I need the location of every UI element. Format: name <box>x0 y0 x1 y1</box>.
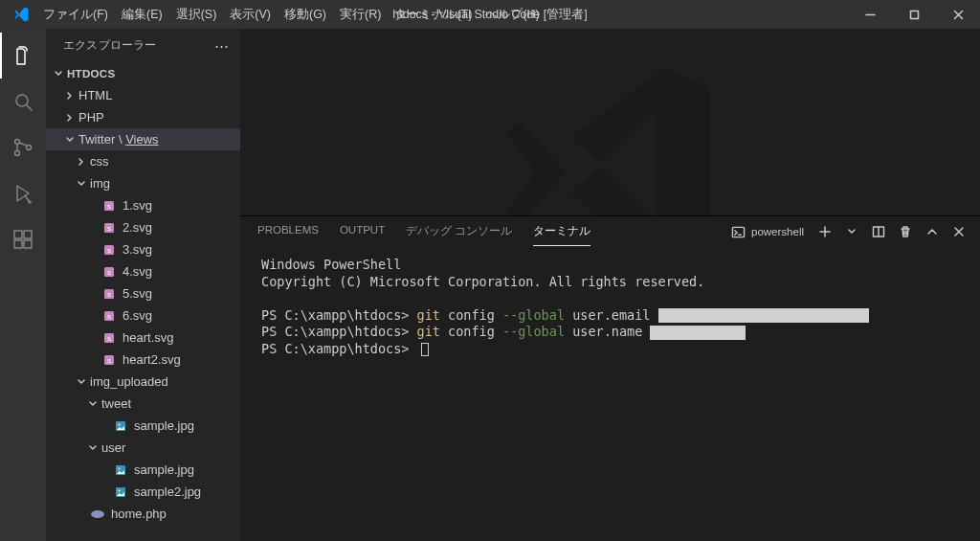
svg-file-icon: S <box>101 220 117 236</box>
tree-label: 1.svg <box>122 198 152 213</box>
spacer <box>86 221 100 235</box>
tree-folder[interactable]: Twitter \ Views <box>46 128 240 150</box>
tree-folder[interactable]: css <box>46 150 240 172</box>
editor-background <box>240 29 980 215</box>
tree-folder[interactable]: HTML <box>46 84 240 106</box>
spacer <box>75 507 88 521</box>
spacer <box>98 419 111 433</box>
minimize-button[interactable] <box>848 0 892 29</box>
svg-file-icon: S <box>101 264 117 280</box>
tree-label: sample.jpg <box>134 418 194 433</box>
svg-text:S: S <box>107 270 111 276</box>
tree-label: sample2.jpg <box>134 485 201 499</box>
tree-file[interactable]: S6.svg <box>46 304 240 327</box>
activity-explorer[interactable] <box>0 33 46 79</box>
chevron-down-icon <box>63 133 77 147</box>
svg-file-icon: S <box>101 330 117 346</box>
spacer <box>86 199 100 213</box>
tree-file[interactable]: S2.svg <box>46 216 240 238</box>
tree-file[interactable]: sample.jpg <box>46 415 240 437</box>
activity-extensions[interactable] <box>0 216 46 262</box>
svg-point-31 <box>119 489 121 491</box>
activity-run[interactable] <box>0 170 46 216</box>
svg-text:S: S <box>107 358 111 364</box>
spacer <box>98 485 111 499</box>
tree-file[interactable]: sample2.jpg <box>46 481 240 503</box>
img-file-icon <box>113 418 128 434</box>
menu-item[interactable]: 編集(E) <box>115 0 169 29</box>
tree-label: 3.svg <box>122 242 152 257</box>
tree-file[interactable]: S4.svg <box>46 260 240 282</box>
tree-folder[interactable]: user <box>46 437 240 459</box>
chevron-right-icon <box>63 89 77 102</box>
tree-folder[interactable]: PHP <box>46 106 240 128</box>
tree-root[interactable]: HTDOCS <box>46 62 240 84</box>
panel-tab[interactable]: デバッグ コンソール <box>406 217 512 246</box>
tree-file[interactable]: Sheart2.svg <box>46 349 240 371</box>
tree-file[interactable]: Sheart.svg <box>46 327 240 349</box>
tree-label: 2.svg <box>122 220 152 235</box>
tree-label: user <box>101 440 125 455</box>
editor-area: PROBLEMSOUTPUTデバッグ コンソールターミナル powershell… <box>240 29 980 541</box>
tree-folder[interactable]: img <box>46 172 240 194</box>
tree-label: HTML <box>78 88 112 102</box>
window-title: htdocs - Visual Studio Code [管理者] <box>392 7 587 23</box>
tree-label: heart2.svg <box>122 352 181 367</box>
svg-point-1 <box>16 95 28 106</box>
tree-file[interactable]: home.php <box>46 503 240 525</box>
tree-file[interactable]: S5.svg <box>46 282 240 304</box>
kill-terminal-button[interactable] <box>894 220 917 243</box>
chevron-right-icon <box>75 155 88 169</box>
svg-text:S: S <box>107 226 111 232</box>
tree-file[interactable]: S1.svg <box>46 194 240 216</box>
tree-folder[interactable]: img_uploaded <box>46 371 240 393</box>
new-terminal-button[interactable] <box>813 220 836 243</box>
close-button[interactable] <box>936 0 980 29</box>
terminal-output[interactable]: Windows PowerShell Copyright (C) Microso… <box>240 247 980 541</box>
menu-item[interactable]: 移動(G) <box>278 0 333 29</box>
chevron-down-icon <box>75 375 88 389</box>
tree-file[interactable]: S3.svg <box>46 238 240 260</box>
img-file-icon <box>113 485 128 500</box>
tree-label: css <box>90 154 109 169</box>
close-panel-button[interactable] <box>947 220 970 243</box>
menu-item[interactable]: 選択(S) <box>169 0 224 29</box>
tree-label: heart.svg <box>122 330 173 345</box>
activity-scm[interactable] <box>0 124 46 170</box>
menu-item[interactable]: 実行(R) <box>333 0 388 29</box>
svg-point-29 <box>119 467 121 469</box>
svg-text:S: S <box>107 292 111 298</box>
split-terminal-button[interactable] <box>867 220 890 243</box>
chevron-down-icon <box>86 441 100 455</box>
redacted-value <box>650 326 746 340</box>
chevron-down-icon <box>75 177 88 191</box>
tree-label: img <box>90 176 110 191</box>
tree-folder[interactable]: tweet <box>46 393 240 415</box>
svg-text:S: S <box>107 336 111 342</box>
svg-rect-0 <box>910 11 918 18</box>
terminal-split-dropdown[interactable] <box>840 220 863 243</box>
tree-label: 6.svg <box>122 308 152 323</box>
tree-file[interactable]: sample.jpg <box>46 459 240 481</box>
more-icon[interactable]: ⋯ <box>214 37 229 55</box>
maximize-panel-button[interactable] <box>921 220 944 243</box>
panel-tab[interactable]: ターミナル <box>533 217 590 246</box>
svg-rect-8 <box>24 240 32 248</box>
svg-file-icon: S <box>101 308 117 324</box>
menu-item[interactable]: 表示(V) <box>223 0 278 29</box>
svg-text:S: S <box>107 204 111 210</box>
spacer <box>86 243 100 257</box>
sidebar-title: エクスプローラー <box>63 38 157 53</box>
activity-search[interactable] <box>0 79 46 124</box>
svg-file-icon: S <box>101 352 117 368</box>
panel-tab[interactable]: PROBLEMS <box>257 217 319 246</box>
svg-file-icon: S <box>101 198 117 214</box>
svg-rect-33 <box>732 227 744 237</box>
svg-file-icon: S <box>101 286 117 302</box>
vscode-icon <box>6 6 36 23</box>
php-file-icon <box>90 507 105 522</box>
terminal-shell-label[interactable]: powershell <box>731 225 804 239</box>
maximize-button[interactable] <box>892 0 936 29</box>
panel-tab[interactable]: OUTPUT <box>340 217 385 246</box>
menu-item[interactable]: ファイル(F) <box>36 0 115 29</box>
